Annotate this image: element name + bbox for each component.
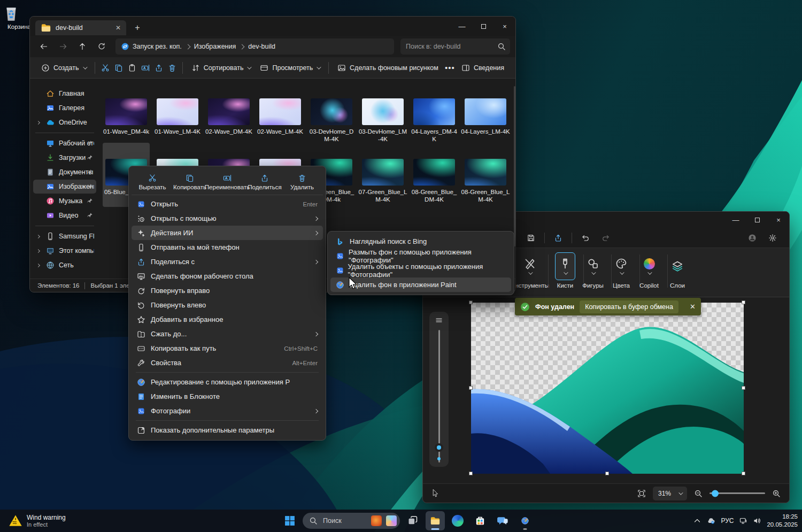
menu-item[interactable]: Повернуть вправо [132, 283, 323, 298]
menu-item[interactable]: Показать дополнительные параметры [132, 423, 323, 437]
explorer-search-input[interactable] [405, 42, 497, 51]
sidebar-item-samsung-flip[interactable]: Samsung Flip [33, 229, 96, 243]
taskbar-chat[interactable] [493, 511, 512, 530]
sidebar-item-изображения[interactable]: Изображения [33, 180, 96, 194]
sort-button[interactable]: Сортировать [187, 59, 256, 76]
sidebar-item-видео[interactable]: Видео [33, 209, 96, 222]
taskbar-search-box[interactable] [303, 513, 400, 529]
task-view-button[interactable] [403, 511, 422, 530]
share-icon[interactable] [549, 230, 567, 246]
brush-size-thumb[interactable] [435, 443, 443, 452]
menu-item[interactable]: Изменить в Блокноте [132, 389, 323, 404]
menu-item[interactable]: ОткрытьEnter [132, 197, 323, 211]
expander-chevron-icon[interactable] [36, 234, 40, 238]
network-tray-icon[interactable] [739, 516, 747, 525]
sidebar-item-сеть[interactable]: Сеть [33, 258, 96, 272]
up-button[interactable] [74, 38, 91, 55]
paint-canvas[interactable] [471, 303, 744, 474]
ribbon-group-фигуры[interactable]: Фигуры [579, 252, 607, 289]
ribbon-group-цвета[interactable]: Цвета [607, 252, 635, 289]
save-icon[interactable] [522, 230, 540, 246]
breadcrumb-pictures[interactable]: Изображения [194, 43, 236, 50]
file-item[interactable]: 01-Wave_DM-4k [102, 98, 151, 135]
menu-item[interactable]: Добавить в избранное [132, 312, 323, 327]
rename-button[interactable] [138, 59, 152, 76]
zoom-slider-thumb[interactable] [712, 490, 719, 497]
ribbon-tile[interactable] [583, 252, 603, 280]
menu-item[interactable]: Открыть с помощью [132, 211, 323, 226]
sidebar-item-загрузки[interactable]: Загрузки [33, 151, 96, 165]
zoom-out-icon[interactable] [694, 489, 703, 498]
file-item[interactable]: 03-DevHome_LM-4K [358, 98, 407, 143]
explorer-minimize-button[interactable]: — [451, 17, 473, 36]
explorer-maximize-button[interactable] [473, 17, 494, 36]
fit-to-screen-icon[interactable] [637, 489, 646, 498]
expander-chevron-icon[interactable] [36, 120, 40, 124]
banner-close-icon[interactable]: ✕ [690, 303, 696, 311]
sidebar-item-музыка[interactable]: Музыка [33, 194, 96, 208]
menu-item[interactable]: Копировать как путьCtrl+Shift+C [132, 341, 323, 356]
view-button[interactable]: Просмотреть [255, 59, 325, 76]
set-wallpaper-button[interactable]: Сделать фоновым рисунком [333, 59, 443, 76]
taskbar-file-explorer[interactable] [426, 511, 445, 530]
share-button[interactable] [152, 59, 165, 76]
undo-icon[interactable] [576, 230, 595, 246]
paste-button[interactable] [125, 59, 138, 76]
refresh-button[interactable] [93, 38, 110, 55]
tab-close-icon[interactable]: ✕ [115, 24, 121, 32]
menu-item[interactable]: Фотографии [132, 404, 323, 418]
selection-handle[interactable] [469, 386, 473, 390]
sidebar-item-галерея[interactable]: Галерея [33, 101, 96, 115]
create-new-button[interactable]: Создать [36, 59, 91, 76]
file-item[interactable]: 08-Green_Blue_LM-4K [461, 159, 510, 204]
copy-button[interactable] [112, 59, 125, 76]
file-item[interactable]: 02-Wave_DM-4K [204, 98, 253, 135]
expander-chevron-icon[interactable] [36, 263, 40, 267]
ribbon-tile[interactable] [667, 252, 688, 280]
selection-handle[interactable] [742, 472, 745, 475]
sidebar-item-onedrive[interactable]: OneDrive [33, 115, 96, 129]
forward-button[interactable] [55, 38, 72, 55]
explorer-tab[interactable]: dev-build ✕ [35, 20, 126, 35]
sidebar-item-главная[interactable]: Главная [33, 87, 96, 101]
quick-action-copy[interactable]: Копировать [173, 172, 206, 192]
weather-widget[interactable]: Wind warning In effect [4, 512, 70, 529]
file-item[interactable]: 08-Green_Blue_DM-4K [410, 159, 459, 204]
quick-action-rename[interactable]: Переименовать [211, 172, 244, 192]
start-button[interactable] [280, 511, 299, 530]
settings-gear-icon[interactable] [764, 230, 782, 246]
menu-item[interactable]: Повернуть влево [132, 298, 323, 312]
sidebar-item-рабочий-стол[interactable]: Рабочий стол [33, 136, 96, 150]
clock[interactable]: 18:25 20.05.2025 [767, 513, 798, 529]
paint-minimize-button[interactable]: — [725, 212, 746, 228]
file-item[interactable]: 01-Wave_LM-4K [153, 98, 202, 135]
breadcrumb-current[interactable]: dev-build [248, 43, 275, 50]
new-tab-button[interactable]: + [130, 23, 144, 33]
selection-handle[interactable] [742, 386, 745, 390]
ribbon-group-инструменты[interactable]: Инструменты [516, 252, 544, 289]
file-item[interactable]: 07-Green_Blue_LM-4K [358, 159, 407, 204]
details-pane-button[interactable]: Сведения [457, 59, 509, 76]
taskbar-search-input[interactable] [322, 516, 367, 525]
quick-action-trash[interactable]: Удалить [286, 172, 319, 192]
breadcrumb[interactable]: Запуск рез. коп. Изображения dev-build [115, 38, 394, 55]
menu-item[interactable]: Действия ИИ [132, 226, 323, 240]
copy-to-clipboard-button[interactable]: Копировать в буфер обмена [580, 300, 678, 313]
ribbon-tile[interactable] [555, 252, 575, 280]
zoom-level-dropdown[interactable]: 31% [653, 487, 687, 500]
delete-button[interactable] [165, 59, 179, 76]
onedrive-tray-icon[interactable] [707, 516, 715, 525]
expander-chevron-icon[interactable] [36, 249, 40, 252]
selection-handle[interactable] [469, 300, 473, 304]
ribbon-group-copilot[interactable]: Copilot [635, 252, 663, 289]
file-item[interactable]: 04-Layers_LM-4K [461, 98, 510, 135]
menu-item[interactable]: Наглядный поиск с Bing [330, 234, 511, 249]
quick-action-share[interactable]: Поделиться [248, 172, 281, 192]
file-item[interactable]: 02-Wave_LM-4K [256, 98, 305, 135]
menu-item[interactable]: Отправить на мой телефон [132, 240, 323, 255]
zoom-slider[interactable] [710, 492, 765, 494]
menu-item[interactable]: Редактирование с помощью приложения Р [132, 375, 323, 389]
selection-handle[interactable] [605, 472, 609, 475]
file-item[interactable]: 04-Layers_DM-4K [410, 98, 459, 143]
sidebar-item-этот-компьютер[interactable]: Этот компьютер [33, 244, 96, 258]
